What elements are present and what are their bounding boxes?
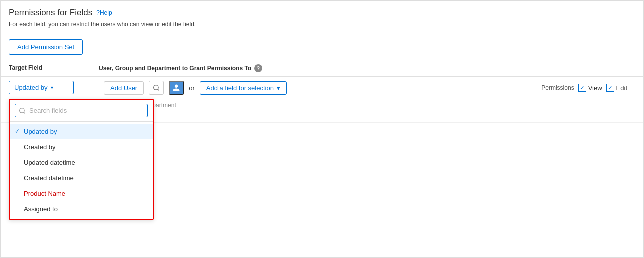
svg-point-0 [154,85,158,90]
add-field-chevron-icon: ▾ [277,84,280,92]
permissions-help-icon[interactable]: ? [254,64,262,72]
help-link[interactable]: ?Help [96,9,112,16]
search-icon [153,84,160,91]
page-header: Permissions for Fields ?Help For each fi… [1,1,643,32]
dropdown-item-created-datetime[interactable]: Created datetime [10,170,153,186]
chevron-down-icon: ▾ [51,85,53,90]
edit-checkbox[interactable]: ✓ [606,84,614,92]
edit-permission-label[interactable]: ✓ Edit [606,84,627,92]
user-icon-button[interactable] [169,81,184,95]
toolbar-row: Add Permission Set [1,32,643,60]
dropdown-item-product-name[interactable]: Product Name [10,186,153,201]
target-field-cell: Updated by ▾ Updated by Created by Updat… [9,81,99,94]
name-subtext: name [104,112,635,118]
selected-field-label: Updated by [14,84,48,91]
or-text: or [189,84,195,92]
col-target-field-header: Target Field [9,64,99,72]
svg-line-1 [158,89,159,91]
dropdown-panel: Updated by Created by Updated datetime C… [9,99,154,220]
edit-label: Edit [616,84,627,92]
main-content: Updated by ▾ Updated by Created by Updat… [1,77,643,257]
permissions-cell: Add User or Add a field for selection ▾ [99,81,635,95]
col-permissions-grant-header: User, Group and Department to Grant Perm… [99,64,635,72]
right-permissions: Permissions ✓ View ✓ Edit [541,84,635,92]
add-field-for-selection-button[interactable]: Add a field for selection ▾ [200,81,287,95]
dropdown-list: Updated by Created by Updated datetime C… [10,122,153,219]
view-checkbox[interactable]: ✓ [578,84,586,92]
permissions-label: Permissions [541,84,574,91]
dropdown-item-updated-by[interactable]: Updated by [10,124,153,139]
search-fields-input[interactable] [15,104,148,117]
add-user-button[interactable]: Add User [104,81,144,95]
search-button[interactable] [149,81,164,95]
page-container: Permissions for Fields ?Help For each fi… [0,0,644,258]
user-group-dept-area: User, Group or Department name [99,99,635,118]
field-row: Updated by ▾ Updated by Created by Updat… [1,77,643,99]
user-icon [172,84,180,92]
add-permission-set-button[interactable]: Add Permission Set [9,39,83,55]
view-label: View [588,84,602,92]
field-dropdown-trigger[interactable]: Updated by ▾ [9,81,74,94]
add-field-selection-label: Add a field for selection [206,84,274,92]
page-title-row: Permissions for Fields ?Help [9,8,635,18]
dropdown-item-created-by[interactable]: Created by [10,139,153,155]
user-group-dept-placeholder-text: User, Group or Department [104,99,635,111]
columns-header: Target Field User, Group and Department … [1,60,643,77]
search-field-input-wrapper [10,100,153,122]
view-permission-label[interactable]: ✓ View [578,84,602,92]
page-description: For each field, you can restrict the use… [9,21,635,28]
dropdown-item-assigned-to[interactable]: Assigned to [10,201,153,217]
page-title: Permissions for Fields [9,8,92,18]
dropdown-item-updated-datetime[interactable]: Updated datetime [10,155,153,170]
